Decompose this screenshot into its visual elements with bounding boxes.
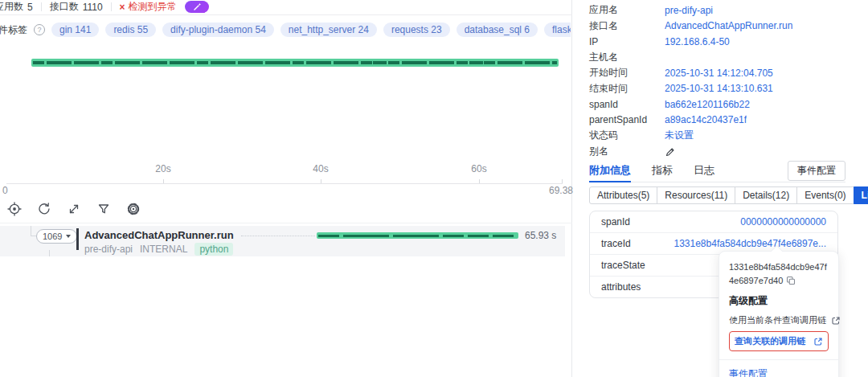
subtab-resources[interactable]: Resources(11) — [657, 186, 735, 204]
tab-日志[interactable]: 日志 — [694, 163, 714, 182]
field-value-link[interactable]: a89ac14c20437e1f — [665, 114, 747, 125]
component-tags-row: 组件标签 ? gin 141redis 55dify-plugin-daemon… — [0, 21, 571, 39]
axis-tick — [163, 179, 164, 183]
field-label: 结束时间 — [589, 82, 665, 96]
refresh-button[interactable] — [35, 199, 54, 219]
field-label: parentSpanId — [589, 114, 665, 125]
subtab-links[interactable]: Links(4) — [854, 186, 868, 204]
component-tag[interactable]: flask 2 — [544, 23, 571, 37]
field-row: spanIdba662e1201166b22 — [589, 96, 868, 113]
subtab-events[interactable]: Events(0) — [796, 186, 854, 204]
axis-max-label: 69.38 — [549, 185, 573, 196]
expand-button[interactable] — [64, 199, 84, 219]
query-related-trace-link-highlighted[interactable]: 查询关联的调用链 — [729, 331, 829, 351]
span-kind: INTERNAL — [140, 244, 187, 255]
table-key: traceState — [601, 260, 645, 271]
refresh-icon — [37, 202, 51, 216]
copy-icon[interactable] — [786, 276, 796, 285]
field-row: 状态码未设置 — [589, 128, 868, 144]
help-question-icon[interactable]: ? — [34, 24, 45, 35]
field-value-link[interactable]: pre-dify-api — [665, 5, 713, 16]
field-value-link[interactable]: 192.168.6.4-50 — [665, 36, 730, 47]
table-value-link[interactable]: 1331e8b4fa584dcb9e47f4e6897e... — [674, 238, 826, 249]
divider — [0, 223, 572, 223]
axis-tick — [562, 179, 563, 183]
axis-tick-label: 60s — [471, 163, 486, 174]
component-tag[interactable]: database_sql 6 — [457, 23, 538, 37]
tags-label: 组件标签 — [0, 23, 27, 37]
table-key: traceId — [601, 238, 631, 249]
field-row: parentSpanIda89ac14c20437e1f — [589, 113, 868, 129]
filter-button[interactable] — [94, 199, 113, 219]
divider — [111, 2, 112, 11]
settings-button[interactable] — [124, 199, 143, 219]
component-tag[interactable]: gin 141 — [51, 23, 99, 37]
chevron-down-icon — [66, 235, 71, 238]
locate-button[interactable] — [5, 199, 24, 219]
span-fields: 应用名pre-dify-api接口名AdvancedChatAppRunner.… — [589, 2, 868, 159]
tree-connector — [31, 236, 36, 236]
span-name[interactable]: AdvancedChatAppRunner.run — [84, 229, 234, 241]
child-count-toggle[interactable]: 1069 — [36, 229, 77, 244]
component-tag[interactable]: net_http_server 24 — [280, 23, 377, 37]
field-row: 结束时间2025-10-31 14:13:10.631 — [589, 81, 868, 97]
span-duration-bar[interactable] — [317, 232, 518, 239]
event-config-button[interactable]: 事件配置 — [788, 161, 845, 181]
table-row: spanId0000000000000000 — [590, 211, 837, 233]
gear-icon — [126, 202, 141, 216]
span-row-selected[interactable]: 1069 AdvancedChatAppRunner.run pre-dify-… — [0, 226, 565, 256]
field-label: 开始时间 — [589, 66, 665, 80]
trace-id-popover: 1331e8b4fa584dcb9e47f4e6897e7d40 高级配置 使用… — [719, 251, 839, 377]
api-count-stat: 接口数 1110 — [50, 0, 103, 14]
child-count: 1069 — [43, 232, 62, 241]
external-link-icon — [813, 337, 823, 346]
trace-detail-page: 应用数 5 接口数 1110 × 检测到异常 组 — [0, 0, 868, 377]
tag-list: gin 141redis 55dify-plugin-daemon 54net_… — [51, 23, 571, 37]
component-tag[interactable]: dify-plugin-daemon 54 — [162, 23, 274, 37]
field-value-link[interactable]: AdvancedChatAppRunner.run — [665, 20, 792, 31]
subtab-attributes[interactable]: Attributes(5) — [589, 186, 657, 204]
query-current-trace-link[interactable]: 使用当前条件查询调用链 — [729, 314, 829, 326]
component-tag[interactable]: redis 55 — [105, 23, 156, 37]
ai-wand-button[interactable] — [185, 1, 209, 13]
funnel-icon — [96, 202, 111, 216]
field-row: 接口名AdvancedChatAppRunner.run — [589, 18, 868, 35]
field-value-link[interactable]: 未设置 — [665, 129, 694, 142]
tree-connector — [49, 250, 50, 256]
table-key: attributes — [601, 281, 641, 293]
magic-wand-icon — [192, 2, 202, 12]
app-count-label: 应用数 — [0, 0, 23, 14]
expand-diagonal-icon — [67, 202, 81, 216]
axis-tick-label: 20s — [155, 163, 170, 174]
error-x-icon: × — [120, 2, 125, 13]
edit-pencil-icon[interactable] — [665, 146, 675, 157]
divider — [0, 14, 572, 15]
component-tag[interactable]: requests 23 — [383, 23, 450, 37]
anomaly-label: 检测到异常 — [129, 0, 177, 14]
field-value-link[interactable]: 2025-10-31 14:13:10.631 — [665, 83, 773, 94]
span-scatter-band[interactable] — [31, 59, 559, 67]
waterfall-toolbar — [5, 199, 143, 219]
table-value-link[interactable]: 0000000000000000 — [740, 216, 826, 227]
divider — [719, 359, 838, 360]
anomaly-detected-link[interactable]: × 检测到异常 — [120, 0, 177, 14]
field-value-link[interactable]: 2025-10-31 14:12:04.705 — [665, 68, 773, 79]
stats-bar: 应用数 5 接口数 1110 × 检测到异常 — [0, 0, 572, 14]
field-value-link[interactable]: ba662e1201166b22 — [665, 99, 750, 110]
field-label: spanId — [589, 99, 665, 110]
tab-附加信息[interactable]: 附加信息 — [589, 163, 631, 182]
field-row: 应用名pre-dify-api — [589, 2, 868, 18]
trace-id-full-value: 1331e8b4fa584dcb9e47f4e6897e7d40 — [729, 260, 829, 288]
x-axis — [6, 183, 563, 184]
axis-min-label: 0 — [2, 185, 8, 196]
api-count-value: 1110 — [83, 2, 103, 13]
field-label: IP — [589, 36, 665, 47]
field-row: 开始时间2025-10-31 14:12:04.705 — [589, 65, 868, 81]
tab-指标[interactable]: 指标 — [652, 163, 673, 182]
field-label: 别名 — [589, 145, 665, 158]
leader-line — [241, 236, 315, 236]
selection-indicator — [76, 228, 79, 250]
subtab-details[interactable]: Details(12) — [735, 186, 797, 204]
attachment-subtabs: Attributes(5)Resources(11)Details(12)Eve… — [589, 186, 868, 204]
popup-event-config-link[interactable]: 事件配置 — [729, 367, 829, 377]
